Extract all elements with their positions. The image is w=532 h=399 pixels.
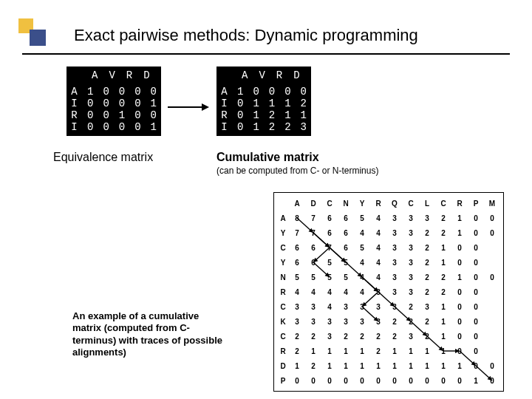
arrow-icon — [166, 100, 211, 115]
slide-title: Exact pairwise methods: Dynamic programm… — [74, 26, 418, 45]
trace-matrix: ADCNYRQCLCRPMA8766543332100Y776644332210… — [273, 192, 504, 392]
equivalence-label: Equivalence matrix — [53, 151, 153, 164]
example-caption: An example of a cumulative matrix (compu… — [72, 310, 228, 358]
slide-accent-icon — [18, 18, 55, 55]
cumulative-sublabel: (can be computed from C- or N-terminus) — [216, 166, 378, 176]
svg-rect-1 — [30, 30, 46, 46]
cumulative-matrix: AVRDI A10000I01112R01211I01223 — [216, 66, 311, 136]
title-underline — [22, 53, 510, 55]
svg-marker-3 — [202, 103, 209, 111]
equivalence-matrix: AVRDI A10000I00001R00100I00001 — [66, 66, 161, 136]
cumulative-label: Cumulative matrix — [216, 151, 319, 164]
